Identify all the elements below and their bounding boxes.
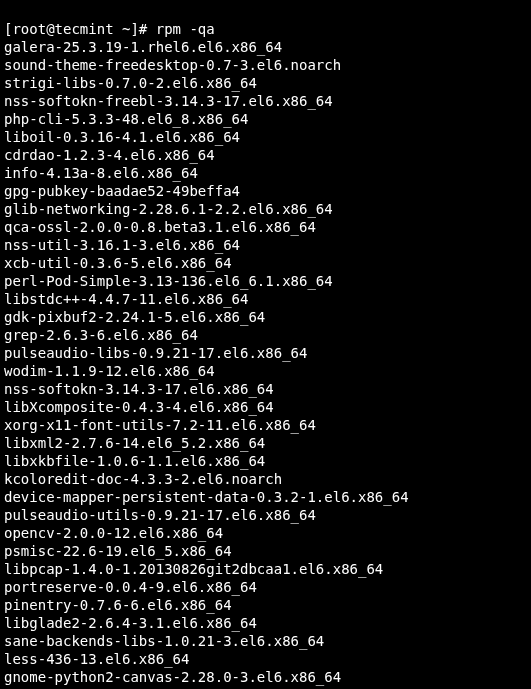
output-line: xcb-util-0.3.6-5.el6.x86_64	[4, 254, 527, 272]
output-line: psmisc-22.6-19.el6_5.x86_64	[4, 542, 527, 560]
output-line: libXcomposite-0.4.3-4.el6.x86_64	[4, 398, 527, 416]
output-line: sound-theme-freedesktop-0.7-3.el6.noarch	[4, 56, 527, 74]
terminal-window[interactable]: [root@tecmint ~]# rpm -qagalera-25.3.19-…	[0, 0, 531, 689]
output-line: portreserve-0.0.4-9.el6.x86_64	[4, 578, 527, 596]
output-line: pulseaudio-utils-0.9.21-17.el6.x86_64	[4, 506, 527, 524]
output-line: nss-util-3.16.1-3.el6.x86_64	[4, 236, 527, 254]
output-line: libpcap-1.4.0-1.20130826git2dbcaa1.el6.x…	[4, 560, 527, 578]
output-line: gpg-pubkey-baadae52-49beffa4	[4, 182, 527, 200]
output-line: galera-25.3.19-1.rhel6.el6.x86_64	[4, 38, 527, 56]
output-line: libxkbfile-1.0.6-1.1.el6.x86_64	[4, 452, 527, 470]
output-line: glib-networking-2.28.6.1-2.2.el6.x86_64	[4, 200, 527, 218]
output-line: libstdc++-4.4.7-11.el6.x86_64	[4, 290, 527, 308]
output-line: nss-softokn-freebl-3.14.3-17.el6.x86_64	[4, 92, 527, 110]
output-line: opencv-2.0.0-12.el6.x86_64	[4, 524, 527, 542]
output-line: libglade2-2.6.4-3.1.el6.x86_64	[4, 614, 527, 632]
output-line: qca-ossl-2.0.0-0.8.beta3.1.el6.x86_64	[4, 218, 527, 236]
output-line: gnome-python2-canvas-2.28.0-3.el6.x86_64	[4, 668, 527, 686]
output-line: gdk-pixbuf2-2.24.1-5.el6.x86_64	[4, 308, 527, 326]
shell-prompt: [root@tecmint ~]#	[4, 21, 156, 37]
output-line: less-436-13.el6.x86_64	[4, 650, 527, 668]
output-line: nss-softokn-3.14.3-17.el6.x86_64	[4, 380, 527, 398]
output-line: pinentry-0.7.6-6.el6.x86_64	[4, 596, 527, 614]
prompt-line: [root@tecmint ~]# rpm -qa	[4, 20, 527, 38]
output-line: sane-backends-libs-1.0.21-3.el6.x86_64	[4, 632, 527, 650]
output-line: kcoloredit-doc-4.3.3-2.el6.noarch	[4, 470, 527, 488]
output-line: pulseaudio-libs-0.9.21-17.el6.x86_64	[4, 344, 527, 362]
command-text: rpm -qa	[156, 21, 215, 37]
output-line: strigi-libs-0.7.0-2.el6.x86_64	[4, 74, 527, 92]
output-line: wodim-1.1.9-12.el6.x86_64	[4, 362, 527, 380]
output-line: liboil-0.3.16-4.1.el6.x86_64	[4, 128, 527, 146]
output-line: libxml2-2.7.6-14.el6_5.2.x86_64	[4, 434, 527, 452]
output-line: xorg-x11-font-utils-7.2-11.el6.x86_64	[4, 416, 527, 434]
output-line: device-mapper-persistent-data-0.3.2-1.el…	[4, 488, 527, 506]
output-line: perl-Pod-Simple-3.13-136.el6_6.1.x86_64	[4, 272, 527, 290]
output-line: grep-2.6.3-6.el6.x86_64	[4, 326, 527, 344]
output-line: info-4.13a-8.el6.x86_64	[4, 164, 527, 182]
output-line: php-cli-5.3.3-48.el6_8.x86_64	[4, 110, 527, 128]
output-line: cdrdao-1.2.3-4.el6.x86_64	[4, 146, 527, 164]
